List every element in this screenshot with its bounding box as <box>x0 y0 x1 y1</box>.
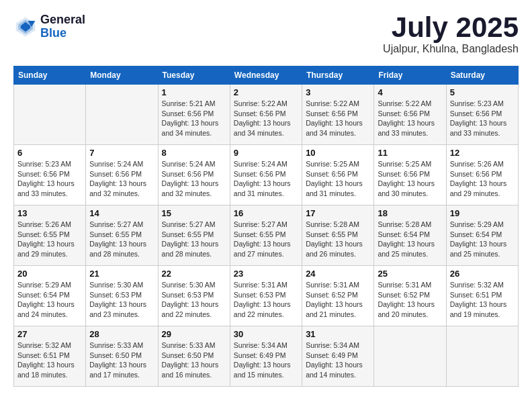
day-info: Sunrise: 5:25 AMSunset: 6:56 PMDaylight:… <box>378 159 442 199</box>
day-number: 23 <box>234 269 298 279</box>
header-cell-sunday: Sunday <box>14 66 86 85</box>
calendar-cell: 4Sunrise: 5:22 AMSunset: 6:56 PMDaylight… <box>374 85 446 145</box>
day-number: 30 <box>234 329 298 339</box>
header-cell-monday: Monday <box>86 66 158 85</box>
calendar-cell: 22Sunrise: 5:30 AMSunset: 6:53 PMDayligh… <box>158 266 230 326</box>
day-info: Sunrise: 5:27 AMSunset: 6:55 PMDaylight:… <box>162 220 226 259</box>
logo-text-line1: General <box>40 13 85 27</box>
day-info: Sunrise: 5:30 AMSunset: 6:53 PMDaylight:… <box>162 280 226 320</box>
day-number: 1 <box>162 87 226 97</box>
calendar-cell <box>14 85 86 145</box>
day-info: Sunrise: 5:26 AMSunset: 6:55 PMDaylight:… <box>17 220 82 259</box>
header-cell-saturday: Saturday <box>446 66 518 85</box>
calendar-cell: 11Sunrise: 5:25 AMSunset: 6:56 PMDayligh… <box>374 145 446 205</box>
day-info: Sunrise: 5:29 AMSunset: 6:54 PMDaylight:… <box>450 220 515 259</box>
day-info: Sunrise: 5:26 AMSunset: 6:56 PMDaylight:… <box>450 159 515 199</box>
day-number: 22 <box>162 269 226 279</box>
day-info: Sunrise: 5:27 AMSunset: 6:55 PMDaylight:… <box>89 220 154 259</box>
location-title: Ujalpur, Khulna, Bangladesh <box>383 43 519 55</box>
day-number: 26 <box>450 269 515 279</box>
day-info: Sunrise: 5:22 AMSunset: 6:56 PMDaylight:… <box>234 99 298 138</box>
calendar-cell: 2Sunrise: 5:22 AMSunset: 6:56 PMDaylight… <box>230 85 302 145</box>
calendar-week-4: 20Sunrise: 5:29 AMSunset: 6:54 PMDayligh… <box>14 266 519 326</box>
calendar-week-2: 6Sunrise: 5:23 AMSunset: 6:56 PMDaylight… <box>14 145 519 205</box>
day-number: 28 <box>89 329 154 339</box>
day-info: Sunrise: 5:32 AMSunset: 6:51 PMDaylight:… <box>17 340 82 380</box>
calendar-cell: 9Sunrise: 5:24 AMSunset: 6:56 PMDaylight… <box>230 145 302 205</box>
day-info: Sunrise: 5:27 AMSunset: 6:55 PMDaylight:… <box>234 220 298 259</box>
calendar-cell: 15Sunrise: 5:27 AMSunset: 6:55 PMDayligh… <box>158 205 230 266</box>
calendar-cell: 20Sunrise: 5:29 AMSunset: 6:54 PMDayligh… <box>14 266 86 326</box>
day-number: 7 <box>89 148 154 158</box>
day-number: 4 <box>378 87 442 97</box>
calendar-cell: 21Sunrise: 5:30 AMSunset: 6:53 PMDayligh… <box>86 266 158 326</box>
calendar-cell: 30Sunrise: 5:34 AMSunset: 6:49 PMDayligh… <box>230 326 302 387</box>
calendar-cell: 8Sunrise: 5:24 AMSunset: 6:56 PMDaylight… <box>158 145 230 205</box>
calendar-week-5: 27Sunrise: 5:32 AMSunset: 6:51 PMDayligh… <box>14 326 519 387</box>
day-info: Sunrise: 5:23 AMSunset: 6:56 PMDaylight:… <box>17 159 82 199</box>
day-info: Sunrise: 5:21 AMSunset: 6:56 PMDaylight:… <box>162 99 226 138</box>
day-number: 14 <box>89 208 154 218</box>
page-header: General Blue July 2025 Ujalpur, Khulna, … <box>13 13 519 55</box>
day-number: 27 <box>17 329 82 339</box>
calendar-table: SundayMondayTuesdayWednesdayThursdayFrid… <box>13 66 519 387</box>
calendar-cell: 12Sunrise: 5:26 AMSunset: 6:56 PMDayligh… <box>446 145 518 205</box>
calendar-cell: 17Sunrise: 5:28 AMSunset: 6:55 PMDayligh… <box>302 205 374 266</box>
logo-icon <box>13 15 38 39</box>
day-info: Sunrise: 5:34 AMSunset: 6:49 PMDaylight:… <box>306 340 370 380</box>
calendar-header: SundayMondayTuesdayWednesdayThursdayFrid… <box>14 66 519 85</box>
day-info: Sunrise: 5:29 AMSunset: 6:54 PMDaylight:… <box>17 280 82 320</box>
calendar-cell: 7Sunrise: 5:24 AMSunset: 6:56 PMDaylight… <box>86 145 158 205</box>
day-number: 8 <box>162 148 226 158</box>
day-number: 19 <box>450 208 515 218</box>
day-info: Sunrise: 5:25 AMSunset: 6:56 PMDaylight:… <box>306 159 370 199</box>
calendar-cell: 1Sunrise: 5:21 AMSunset: 6:56 PMDaylight… <box>158 85 230 145</box>
header-cell-thursday: Thursday <box>302 66 374 85</box>
calendar-week-1: 1Sunrise: 5:21 AMSunset: 6:56 PMDaylight… <box>14 85 519 145</box>
month-title: July 2025 <box>383 13 519 42</box>
calendar-cell: 14Sunrise: 5:27 AMSunset: 6:55 PMDayligh… <box>86 205 158 266</box>
day-info: Sunrise: 5:31 AMSunset: 6:53 PMDaylight:… <box>234 280 298 320</box>
calendar-cell: 24Sunrise: 5:31 AMSunset: 6:52 PMDayligh… <box>302 266 374 326</box>
title-block: July 2025 Ujalpur, Khulna, Bangladesh <box>383 13 519 55</box>
header-cell-friday: Friday <box>374 66 446 85</box>
calendar-cell: 26Sunrise: 5:32 AMSunset: 6:51 PMDayligh… <box>446 266 518 326</box>
day-info: Sunrise: 5:24 AMSunset: 6:56 PMDaylight:… <box>162 159 226 199</box>
day-info: Sunrise: 5:34 AMSunset: 6:49 PMDaylight:… <box>234 340 298 380</box>
calendar-cell <box>446 326 518 387</box>
day-number: 29 <box>162 329 226 339</box>
calendar-cell: 18Sunrise: 5:28 AMSunset: 6:54 PMDayligh… <box>374 205 446 266</box>
day-info: Sunrise: 5:32 AMSunset: 6:51 PMDaylight:… <box>450 280 515 320</box>
day-number: 11 <box>378 148 442 158</box>
calendar-cell <box>86 85 158 145</box>
day-number: 25 <box>378 269 442 279</box>
calendar-cell: 5Sunrise: 5:23 AMSunset: 6:56 PMDaylight… <box>446 85 518 145</box>
day-number: 17 <box>306 208 370 218</box>
day-info: Sunrise: 5:22 AMSunset: 6:56 PMDaylight:… <box>378 99 442 138</box>
calendar-cell: 23Sunrise: 5:31 AMSunset: 6:53 PMDayligh… <box>230 266 302 326</box>
day-info: Sunrise: 5:28 AMSunset: 6:55 PMDaylight:… <box>306 220 370 259</box>
calendar-cell: 16Sunrise: 5:27 AMSunset: 6:55 PMDayligh… <box>230 205 302 266</box>
day-number: 18 <box>378 208 442 218</box>
day-info: Sunrise: 5:22 AMSunset: 6:56 PMDaylight:… <box>306 99 370 138</box>
header-row: SundayMondayTuesdayWednesdayThursdayFrid… <box>14 66 519 85</box>
day-number: 13 <box>17 208 82 218</box>
day-number: 16 <box>234 208 298 218</box>
day-number: 5 <box>450 87 515 97</box>
day-number: 24 <box>306 269 370 279</box>
header-cell-tuesday: Tuesday <box>158 66 230 85</box>
calendar-cell <box>374 326 446 387</box>
day-number: 21 <box>89 269 154 279</box>
header-cell-wednesday: Wednesday <box>230 66 302 85</box>
calendar-cell: 29Sunrise: 5:33 AMSunset: 6:50 PMDayligh… <box>158 326 230 387</box>
calendar-cell: 31Sunrise: 5:34 AMSunset: 6:49 PMDayligh… <box>302 326 374 387</box>
calendar-cell: 6Sunrise: 5:23 AMSunset: 6:56 PMDaylight… <box>14 145 86 205</box>
day-info: Sunrise: 5:28 AMSunset: 6:54 PMDaylight:… <box>378 220 442 259</box>
calendar-week-3: 13Sunrise: 5:26 AMSunset: 6:55 PMDayligh… <box>14 205 519 266</box>
day-number: 6 <box>17 148 82 158</box>
day-info: Sunrise: 5:30 AMSunset: 6:53 PMDaylight:… <box>89 280 154 320</box>
calendar-cell: 25Sunrise: 5:31 AMSunset: 6:52 PMDayligh… <box>374 266 446 326</box>
day-number: 31 <box>306 329 370 339</box>
logo-text-line2: Blue <box>40 27 85 40</box>
day-number: 15 <box>162 208 226 218</box>
